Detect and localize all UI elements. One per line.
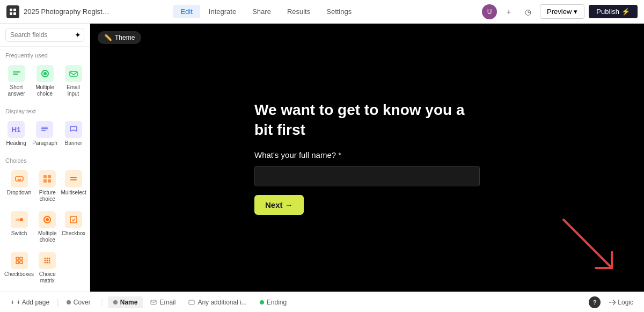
top-nav: 2025 Photography Registr... Edit Integra… — [0, 0, 644, 24]
field-banner[interactable]: Banner — [61, 118, 86, 150]
pencil-icon: ✏️ — [104, 34, 112, 41]
field-switch[interactable]: Switch — [3, 208, 35, 246]
next-button[interactable]: Next → — [254, 195, 304, 215]
short-answer-icon — [8, 65, 25, 82]
switch-icon — [11, 211, 28, 228]
add-button[interactable]: + — [501, 4, 516, 19]
svg-rect-1 — [13, 9, 16, 11]
tab-integrate[interactable]: Integrate — [201, 5, 244, 18]
field-multiselect[interactable]: Multiselect — [60, 167, 87, 206]
form-heading: We want to get to know you a bit first — [254, 100, 480, 140]
svg-point-7 — [43, 72, 47, 75]
ending-dot — [260, 300, 264, 304]
nav-right: U + ◷ Preview ▾ Publish ⚡ — [482, 4, 638, 19]
page-name[interactable]: Name — [108, 296, 143, 308]
field-dropdown[interactable]: Dropdown — [3, 167, 35, 206]
page-additional[interactable]: Any additional i... — [183, 296, 252, 308]
page-cover[interactable]: Cover — [61, 296, 96, 308]
tab-results[interactable]: Results — [280, 5, 318, 18]
svg-rect-47 — [189, 300, 194, 304]
banner-icon — [65, 121, 82, 138]
search-bar: ✦ — [0, 24, 90, 47]
main-content: ✦ Frequently used Short answer Multiple … — [0, 24, 644, 292]
bottom-bar: + + Add page | Cover ⋮ Name Email Any ad… — [0, 292, 644, 312]
svg-point-29 — [47, 258, 48, 259]
logic-icon — [608, 299, 616, 306]
email-input-icon — [65, 65, 82, 82]
help-button[interactable]: ? — [589, 296, 601, 308]
page-ending[interactable]: Ending — [254, 296, 292, 308]
svg-point-30 — [49, 258, 50, 259]
heading-icon: H1 — [8, 121, 25, 138]
multiple-choice2-icon — [39, 211, 56, 228]
add-page-button[interactable]: + + Add page — [5, 296, 55, 308]
svg-rect-8 — [70, 71, 77, 76]
canvas-content: ✏️ Theme We want to get to know you a bi… — [90, 24, 644, 292]
field-paragraph[interactable]: Paragraph — [31, 118, 58, 150]
choice-matrix-icon — [39, 252, 56, 269]
field-choice-matrix[interactable]: Choice matrix — [37, 249, 57, 287]
canvas-area: ✏️ Theme We want to get to know you a bi… — [90, 24, 644, 292]
field-heading[interactable]: H1 Heading — [3, 118, 29, 150]
tab-share[interactable]: Share — [245, 5, 279, 18]
email-page-icon — [150, 299, 157, 306]
field-checkbox[interactable]: Checkbox — [60, 208, 87, 246]
svg-rect-9 — [41, 127, 48, 128]
field-email-input[interactable]: Email input — [60, 62, 86, 100]
divider-1: | — [57, 298, 59, 307]
divider-2: ⋮ — [98, 298, 106, 307]
multiple-choice-icon — [36, 65, 54, 82]
section-frequently-used-grid: Short answer Multiple choice Email input — [0, 62, 90, 103]
cover-dot — [67, 300, 71, 304]
plus-icon: + — [11, 299, 14, 306]
svg-rect-5 — [13, 74, 18, 75]
search-input[interactable] — [5, 28, 84, 42]
svg-rect-25 — [20, 257, 23, 260]
svg-rect-13 — [43, 175, 47, 178]
additional-page-icon — [188, 299, 195, 306]
paragraph-icon — [36, 121, 53, 138]
section-choices-grid: Dropdown Picture choice Multiselect Swit… — [0, 167, 90, 289]
history-button[interactable]: ◷ — [521, 4, 536, 19]
svg-point-31 — [45, 260, 46, 262]
field-short-answer[interactable]: Short answer — [3, 62, 30, 100]
tab-edit[interactable]: Edit — [173, 5, 200, 18]
svg-rect-2 — [10, 12, 12, 15]
svg-rect-4 — [13, 71, 20, 72]
arrow-annotation — [558, 214, 623, 281]
field-picture-choice[interactable]: Picture choice — [37, 167, 57, 206]
svg-point-33 — [49, 260, 50, 262]
svg-rect-26 — [16, 261, 19, 264]
logic-button[interactable]: Logic — [603, 296, 639, 308]
svg-rect-14 — [48, 175, 51, 178]
section-display-text-grid: H1 Heading Paragraph Banner — [0, 118, 90, 152]
field-checkboxes[interactable]: Checkboxes — [3, 249, 35, 287]
theme-button[interactable]: ✏️ Theme — [98, 31, 141, 44]
svg-line-45 — [564, 220, 612, 268]
svg-point-35 — [47, 262, 48, 264]
chevron-down-icon: ▾ — [574, 8, 577, 16]
publish-button[interactable]: Publish ⚡ — [589, 5, 638, 18]
svg-point-36 — [49, 262, 50, 264]
preview-button[interactable]: Preview ▾ — [540, 4, 584, 19]
svg-rect-18 — [70, 179, 77, 180]
field-multiple-choice[interactable]: Multiple choice — [32, 62, 58, 100]
svg-rect-11 — [41, 130, 46, 131]
app-logo — [6, 5, 19, 18]
svg-rect-16 — [48, 179, 51, 183]
svg-point-22 — [46, 218, 49, 221]
svg-rect-23 — [70, 216, 77, 223]
svg-rect-3 — [13, 12, 16, 15]
section-frequently-used-label: Frequently used — [0, 47, 90, 62]
form-question: What's your full name? * — [254, 150, 480, 159]
page-email[interactable]: Email — [145, 296, 181, 308]
picture-choice-icon — [39, 170, 56, 187]
name-dot — [113, 300, 118, 304]
multiselect-icon — [65, 170, 82, 187]
app-title: 2025 Photography Registr... — [24, 8, 109, 16]
name-input[interactable] — [254, 166, 480, 186]
field-multiple-choice2[interactable]: Multiple choice — [37, 208, 57, 246]
flash-icon: ⚡ — [621, 8, 630, 16]
tab-settings[interactable]: Settings — [319, 5, 359, 18]
svg-rect-24 — [16, 257, 19, 260]
